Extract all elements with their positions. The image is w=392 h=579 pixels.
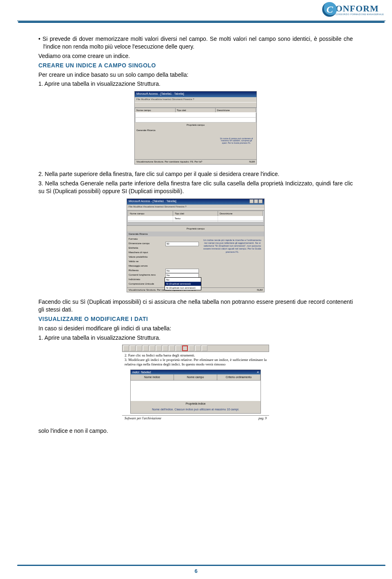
- grid-row: Testo: [128, 216, 263, 221]
- list-item: 1. Aprire una tabella in visualizzazione…: [38, 334, 353, 342]
- hint-text: Un indice rende più rapide le ricerche e…: [200, 236, 264, 287]
- statusbar: Visualizzazione Struttura. Per cambiare …: [135, 159, 256, 164]
- grid-row: [136, 113, 256, 118]
- col: Nome campo: [128, 211, 173, 216]
- grid-header: Nome campo Tipo dati Descrizione: [128, 211, 263, 216]
- logo-mark: C: [322, 2, 337, 17]
- indicizzato-dropdown: No Sì (Duplicati ammessi) Sì (Duplicati …: [165, 277, 201, 290]
- section-label: Proprietà campo: [135, 122, 256, 127]
- page-header: C ONFORM CONSORZIO FORMAZIONE MANAGERIAL…: [0, 0, 392, 20]
- indici-window: Indici: Tabella1 ✕ Nome indice Nome camp…: [130, 370, 261, 414]
- paragraph: In caso si desideri modificare gli indic…: [38, 325, 353, 332]
- footer-rule: [17, 565, 385, 566]
- grid-row: [128, 221, 263, 222]
- hint-text: Nome dell'indice. Ciascun indice può uti…: [131, 406, 261, 413]
- screenshot-access-indexed: Microsoft Access - [Tabella1 : Tabella] …: [127, 198, 265, 292]
- paragraph: Per creare un indice basato su un solo c…: [38, 71, 353, 79]
- window-buttons: [249, 199, 263, 204]
- status-left: Visualizzazione Struttura. Per cambiare …: [136, 160, 202, 164]
- hint-text: Un nome di campo può contenere al massim…: [218, 138, 255, 145]
- toolbar: [135, 102, 256, 108]
- col: Tipo dati: [176, 108, 216, 112]
- embedded-step: 2. Fare clic su Indici sulla barra degli…: [122, 352, 269, 367]
- section-label: Proprietà campo: [127, 225, 264, 232]
- list-item: 1. Aprire una tabella in visualizzazione…: [38, 80, 353, 88]
- paragraph: solo l'indice e non il campo.: [38, 427, 353, 435]
- col: Descrizione: [216, 108, 256, 112]
- list-item: 2. Nella parte superiore della finestra,…: [38, 170, 353, 178]
- section-heading: CREARE UN INDICE A CAMPO SINGOLO: [38, 62, 353, 69]
- screenshot-access-structure: Microsoft Access - [Tabella1 : Tabella] …: [134, 91, 257, 165]
- embedded-footer: Software per l'archiviazione pag. 9: [122, 415, 269, 422]
- section-label: Proprietà indice: [131, 401, 261, 406]
- paragraph: Vediamo ora come creare un indice.: [38, 52, 353, 60]
- status-right: NUM: [249, 160, 255, 164]
- paragraph: Facendo clic su Sì (Duplicati impossibil…: [38, 298, 353, 314]
- col: Nome campo: [135, 108, 176, 112]
- toolbar: [122, 345, 269, 352]
- window-title: Microsoft Access - [Tabella1 : Tabella]: [127, 199, 264, 205]
- menubar: File Modifica Visualizza Inserisci Strum…: [127, 205, 264, 209]
- list-item: 3. Nella scheda Generale nella parte inf…: [38, 180, 353, 195]
- properties-pane: Formato Dimensione campo50 Etichetta Mas…: [127, 236, 264, 287]
- window-title: Microsoft Access - [Tabella1 : Tabella]: [135, 91, 256, 97]
- grid-row: [136, 118, 256, 122]
- tabs: Generale Ricerca: [135, 128, 256, 133]
- window-title: Indici: Tabella1 ✕: [131, 370, 261, 374]
- menubar: File Modifica Visualizza Inserisci Strum…: [135, 97, 256, 102]
- close-icon: ✕: [256, 370, 259, 374]
- status-right: NUM: [257, 288, 263, 292]
- properties-pane: Generale Ricerca Un nome di campo può co…: [135, 128, 256, 160]
- bullet-point: Si prevede di dover memorizzare molti va…: [38, 35, 353, 51]
- indici-button-icon: [182, 345, 188, 351]
- logo-text: ONFORM: [335, 3, 384, 14]
- col: Descrizione: [218, 211, 263, 216]
- content: Si prevede di dover memorizzare molti va…: [0, 23, 392, 435]
- logo-subtitle: CONSORZIO FORMAZIONE MANAGERIALE: [335, 13, 384, 16]
- page-number: 6: [0, 568, 392, 574]
- col: Tipo dati: [173, 211, 218, 216]
- tabs: Generale Ricerca: [127, 232, 264, 236]
- grid-rows: [131, 381, 261, 401]
- grid-header: Nome indice Nome campo Criterio ordiname…: [131, 374, 261, 380]
- logo: C ONFORM CONSORZIO FORMAZIONE MANAGERIAL…: [322, 2, 384, 16]
- section-heading: VISUALIZZARE O MODIFICARE I DATI: [38, 315, 353, 323]
- screenshot-indici-window: 2. Fare clic su Indici sulla barra degli…: [122, 345, 269, 421]
- grid-header: Nome campo Tipo dati Descrizione: [135, 108, 256, 113]
